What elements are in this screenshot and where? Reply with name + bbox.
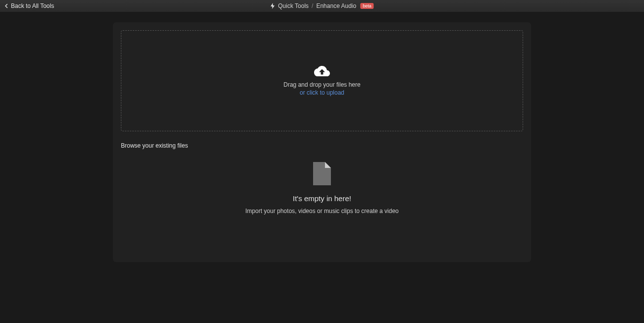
breadcrumb-separator: / (312, 2, 313, 9)
chevron-left-icon (4, 3, 9, 8)
header-bar: Back to All Tools Quick Tools / Enhance … (0, 0, 644, 12)
browse-title: Browse your existing files (121, 142, 523, 149)
cloud-upload-icon (314, 65, 330, 76)
upload-panel: Drag and drop your files here or click t… (113, 22, 531, 262)
breadcrumb-enhance-audio[interactable]: Enhance Audio (316, 2, 356, 9)
file-dropzone[interactable]: Drag and drop your files here or click t… (121, 30, 523, 131)
breadcrumb: Quick Tools / Enhance Audio beta (270, 2, 374, 9)
dropzone-main-text: Drag and drop your files here (283, 81, 360, 88)
browse-section: Browse your existing files It's empty in… (121, 142, 523, 254)
back-link-label: Back to All Tools (11, 2, 54, 9)
breadcrumb-quick-tools[interactable]: Quick Tools (278, 2, 309, 9)
bolt-icon (270, 3, 275, 9)
dropzone-upload-link[interactable]: or click to upload (300, 89, 344, 96)
empty-state-subtitle: Import your photos, videos or music clip… (245, 208, 398, 215)
back-to-all-tools-link[interactable]: Back to All Tools (0, 2, 54, 9)
empty-state-title: It's empty in here! (293, 194, 351, 203)
empty-state: It's empty in here! Import your photos, … (121, 157, 523, 254)
main-content: Drag and drop your files here or click t… (0, 12, 644, 262)
file-icon (313, 162, 331, 185)
beta-badge: beta (360, 3, 374, 9)
